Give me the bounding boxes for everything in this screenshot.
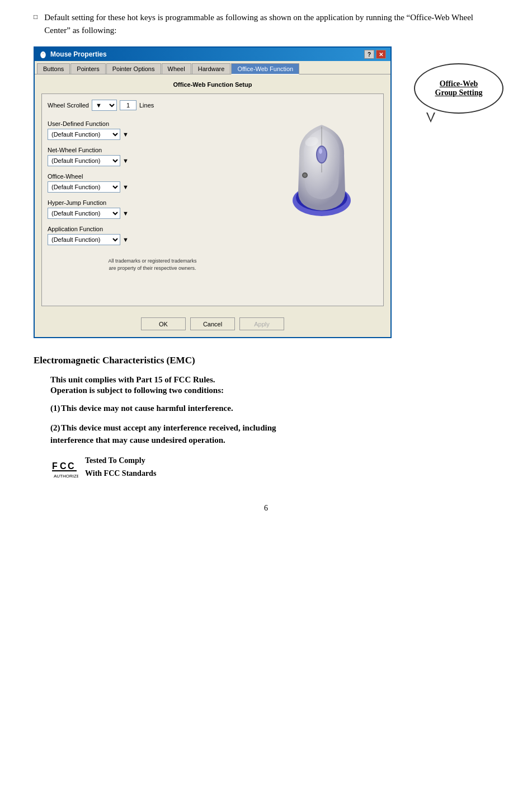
panel-right bbox=[266, 100, 378, 300]
dialog-title: Mouse Properties bbox=[50, 50, 107, 58]
callout-line2: Group Setting bbox=[435, 88, 483, 97]
callout-area: Office-Web Group Setting bbox=[403, 46, 503, 114]
tab-office-web-function[interactable]: Office-Web Function bbox=[231, 63, 299, 74]
function-group-application: Application Function (Default Function) … bbox=[48, 226, 257, 245]
mouse-illustration bbox=[283, 111, 361, 223]
dialog-titlebar: Mouse Properties ? ✕ bbox=[35, 48, 390, 61]
emc-body: This unit complies with Part 15 of FCC R… bbox=[50, 375, 498, 481]
fcc-rule-line2: Operation is subject to following two co… bbox=[50, 386, 498, 395]
user-defined-dropdown-row: (Default Function) ▼ bbox=[48, 129, 257, 140]
tab-hardware[interactable]: Hardware bbox=[192, 63, 231, 74]
titlebar-buttons: ? ✕ bbox=[364, 50, 386, 59]
cancel-button[interactable]: Cancel bbox=[190, 317, 235, 330]
tab-pointer-options[interactable]: Pointer Options bbox=[106, 63, 161, 74]
dialog-content: Office-Web Function Setup Wheel Scrolled… bbox=[35, 74, 390, 313]
callout-line1: Office-Web bbox=[440, 79, 478, 88]
fcc-rule-line1: This unit complies with Part 15 of FCC R… bbox=[50, 375, 498, 385]
function-group-office-wheel: Office-Wheel (Default Function) ▼ bbox=[48, 173, 257, 193]
close-button[interactable]: ✕ bbox=[376, 50, 386, 59]
user-defined-label: User-Defined Function bbox=[48, 120, 257, 127]
office-wheel-label: Office-Wheel bbox=[48, 173, 257, 180]
dialog-tabs: Buttons Pointers Pointer Options Wheel H… bbox=[35, 61, 390, 74]
svg-text:C: C bbox=[60, 461, 67, 471]
application-dropdown-row: (Default Function) ▼ bbox=[48, 234, 257, 245]
svg-point-9 bbox=[303, 174, 307, 177]
wheel-scrolled-label: Wheel Scrolled bbox=[48, 102, 89, 109]
help-button[interactable]: ? bbox=[364, 50, 374, 59]
svg-rect-15 bbox=[52, 470, 77, 471]
ok-button[interactable]: OK bbox=[141, 317, 186, 330]
emc-item2-line1: (2) This device must accept any interfer… bbox=[50, 423, 276, 432]
fcc-logo-row: F C C AUTHORIZED Tested To Comply With F… bbox=[50, 453, 498, 481]
application-dropdown[interactable]: (Default Function) bbox=[48, 234, 120, 245]
svg-text:AUTHORIZED: AUTHORIZED bbox=[54, 474, 78, 479]
lines-label: Lines bbox=[139, 102, 154, 109]
svg-text:C: C bbox=[68, 461, 74, 471]
function-group-net-wheel: Net-Wheel Function (Default Function) ▼ bbox=[48, 147, 257, 166]
hyper-jump-arrow: ▼ bbox=[123, 210, 129, 217]
wheel-value-input[interactable] bbox=[120, 100, 136, 110]
net-wheel-dropdown-row: (Default Function) ▼ bbox=[48, 155, 257, 166]
svg-point-6 bbox=[317, 147, 326, 162]
user-defined-arrow: ▼ bbox=[123, 131, 129, 138]
emc-heading: Electromagnetic Characteristics (EMC) bbox=[34, 355, 498, 366]
user-defined-dropdown[interactable]: (Default Function) bbox=[48, 129, 120, 140]
page-number: 6 bbox=[34, 504, 498, 513]
tab-pointers[interactable]: Pointers bbox=[70, 63, 105, 74]
net-wheel-dropdown[interactable]: (Default Function) bbox=[48, 155, 120, 166]
panel-title: Office-Web Function Setup bbox=[41, 81, 384, 88]
svg-point-0 bbox=[41, 52, 46, 58]
mouse-properties-dialog: Mouse Properties ? ✕ Buttons Pointers Po… bbox=[34, 46, 392, 338]
emc-item2: (2) This device must accept any interfer… bbox=[50, 422, 498, 447]
emc-section: Electromagnetic Characteristics (EMC) Th… bbox=[34, 355, 498, 481]
tab-buttons[interactable]: Buttons bbox=[37, 63, 70, 74]
bullet-text: Default setting for these hot keys is pr… bbox=[44, 11, 498, 36]
dialog-buttons: OK Cancel Apply bbox=[35, 313, 390, 337]
fcc-text-line2: With FCC Standards bbox=[85, 467, 156, 480]
panel-left: Wheel Scrolled ▼ Lines User-Defined Func… bbox=[48, 100, 257, 300]
office-wheel-dropdown[interactable]: (Default Function) bbox=[48, 181, 120, 193]
emc-item2-line2: interference that may cause undesired op… bbox=[50, 436, 225, 445]
callout-bubble: Office-Web Group Setting bbox=[414, 63, 503, 114]
application-function-label: Application Function bbox=[48, 226, 257, 232]
hyper-jump-dropdown-row: (Default Function) ▼ bbox=[48, 208, 257, 219]
dialog-wrapper: Mouse Properties ? ✕ Buttons Pointers Po… bbox=[34, 46, 498, 338]
tab-wheel[interactable]: Wheel bbox=[162, 63, 191, 74]
net-wheel-arrow: ▼ bbox=[123, 157, 129, 164]
office-wheel-arrow: ▼ bbox=[123, 184, 129, 190]
fcc-text-line1: Tested To Comply bbox=[85, 455, 156, 467]
panel-inner: Wheel Scrolled ▼ Lines User-Defined Func… bbox=[41, 93, 384, 306]
mouse-icon bbox=[39, 50, 47, 58]
hyper-jump-dropdown[interactable]: (Default Function) bbox=[48, 208, 120, 219]
bullet-section: □ Default setting for these hot keys is … bbox=[34, 11, 498, 36]
emc-item1: (1) This device may not cause harmful in… bbox=[50, 402, 498, 415]
net-wheel-label: Net-Wheel Function bbox=[48, 147, 257, 153]
function-group-hyper-jump: Hyper-Jump Function (Default Function) ▼ bbox=[48, 199, 257, 219]
fcc-logo-icon: F C C AUTHORIZED bbox=[50, 453, 78, 481]
hyper-jump-label: Hyper-Jump Function bbox=[48, 199, 257, 206]
trademark-text: All trademarks or registered trademarksa… bbox=[48, 258, 257, 272]
fcc-text-block: Tested To Comply With FCC Standards bbox=[85, 455, 156, 480]
bullet-symbol: □ bbox=[34, 13, 37, 21]
office-wheel-dropdown-row: (Default Function) ▼ bbox=[48, 181, 257, 193]
apply-button[interactable]: Apply bbox=[239, 317, 284, 330]
application-arrow: ▼ bbox=[123, 236, 129, 243]
wheel-scroll-dropdown[interactable]: ▼ bbox=[92, 100, 117, 111]
svg-text:F: F bbox=[52, 461, 58, 471]
wheel-scrolled-row: Wheel Scrolled ▼ Lines bbox=[48, 100, 257, 111]
svg-point-7 bbox=[319, 148, 322, 154]
function-group-user-defined: User-Defined Function (Default Function)… bbox=[48, 120, 257, 140]
titlebar-title: Mouse Properties bbox=[39, 50, 107, 58]
